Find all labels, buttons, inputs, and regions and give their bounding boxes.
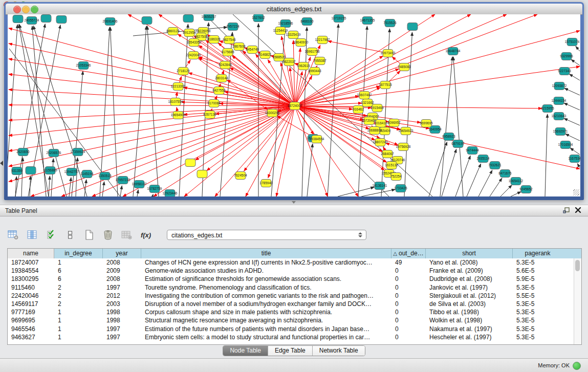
table-cell[interactable]: 9699695 (8, 316, 54, 324)
table-cell[interactable]: Changes of HCN gene expression and I(f) … (141, 258, 391, 267)
table-cell[interactable]: 5.3E-5 (513, 316, 562, 324)
show-columns-button[interactable] (26, 229, 38, 241)
table-cell[interactable]: 5.3E-5 (513, 283, 562, 292)
graph-node[interactable] (185, 159, 195, 167)
table-cell[interactable]: 1997 (103, 333, 141, 341)
table-select-dropdown[interactable]: citations_edges.txt (167, 230, 366, 240)
table-cell[interactable]: 9777169 (8, 308, 54, 316)
table-cell[interactable]: 2003 (103, 300, 141, 308)
table-cell[interactable]: 1998 (103, 316, 141, 324)
table-cell[interactable]: 18724007 (8, 258, 54, 267)
sidebar-collapse-arrow-icon[interactable] (0, 161, 3, 166)
table-cell[interactable]: 5.3E-5 (513, 325, 562, 333)
table-cell[interactable]: 0 (391, 333, 426, 341)
table-cell[interactable]: 14569117 (8, 300, 54, 308)
table-cell[interactable]: Structural magnetic resonance image aver… (141, 316, 391, 324)
table-cell[interactable]: Disruption of a novel member of a sodium… (141, 300, 391, 308)
splitter-handle-icon[interactable] (292, 201, 296, 204)
table-cell[interactable]: 22420046 (8, 292, 54, 300)
column-header-name[interactable]: name (8, 249, 54, 258)
table-row[interactable]: 911546021997Tourette syndrome. Phenomeno… (8, 283, 574, 292)
table-cell[interactable]: 1998 (103, 308, 141, 316)
table-cell[interactable]: Embryonic stem cells: a model to study s… (141, 333, 391, 341)
table-vertical-scrollbar[interactable] (574, 258, 581, 344)
close-panel-button[interactable] (574, 207, 582, 215)
table-settings-button[interactable] (7, 229, 19, 241)
column-header-in-degree[interactable]: in_degree (54, 249, 103, 258)
tab-network-table[interactable]: Network Table (312, 346, 365, 356)
table-cell[interactable]: Corpus callosum shape and size in male p… (141, 308, 391, 316)
table-cell[interactable]: Tourette syndrome. Phenomenology and cla… (141, 283, 391, 292)
table-cell[interactable]: 1 (54, 308, 103, 316)
table-cell[interactable]: 2 (54, 283, 103, 292)
table-cell[interactable]: 2008 (103, 258, 141, 267)
table-cell[interactable]: Tibbo et al. (1998) (426, 308, 513, 316)
canvas-resize-grip-icon[interactable] (573, 189, 579, 195)
table-cell[interactable]: 1 (54, 316, 103, 324)
table-cell[interactable]: Investigating the contribution of common… (141, 292, 391, 300)
table-cell[interactable]: Yano et al. (2008) (426, 258, 513, 267)
table-row[interactable]: 1872400712008Changes of HCN gene express… (8, 258, 574, 267)
table-cell[interactable]: Hescheler et al. (1997) (426, 333, 513, 341)
column-header-title[interactable]: title (141, 249, 391, 258)
column-header-pagerank[interactable]: pagerank (513, 249, 562, 258)
scrollbar-thumb[interactable] (575, 260, 580, 271)
table-cell[interactable]: 0 (391, 292, 426, 300)
table-cell[interactable]: 1997 (103, 325, 141, 333)
table-cell[interactable]: Estimation of significance thresholds fo… (141, 275, 391, 283)
graph-node[interactable] (26, 167, 36, 174)
network-window-titlebar[interactable]: citations_edges.txt (6, 4, 582, 15)
table-row[interactable]: 2242004622012Investigating the contribut… (8, 292, 574, 300)
table-cell[interactable]: 5.9E-5 (513, 275, 562, 283)
table-cell[interactable]: Genome-wide association studies in ADHD. (141, 267, 391, 275)
table-cell[interactable]: 0 (391, 325, 426, 333)
table-cell[interactable]: de Silva et al. (2003) (426, 300, 513, 308)
table-cell[interactable]: 5.3E-5 (513, 333, 562, 341)
graph-node[interactable] (142, 17, 152, 25)
graph-node[interactable] (183, 15, 193, 23)
tab-node-table[interactable]: Node Table (223, 346, 268, 356)
new-table-button[interactable] (83, 229, 95, 241)
table-cell[interactable]: Dudbridge et al. (2008) (426, 275, 513, 283)
table-cell[interactable]: 6 (54, 275, 103, 283)
tab-edge-table[interactable]: Edge Table (268, 346, 312, 356)
table-cell[interactable]: 9115460 (8, 283, 54, 292)
graph-node[interactable] (407, 23, 418, 31)
table-cell[interactable]: 18300295 (8, 275, 54, 283)
delete-rows-button[interactable] (102, 229, 114, 241)
table-cell[interactable]: Jankovic et al. (1997) (426, 283, 513, 292)
network-canvas[interactable]: 2405572420691406106552577957224152760219… (8, 14, 580, 196)
table-cell[interactable]: 0 (391, 275, 426, 283)
column-header-out-degree[interactable]: △out_de… (391, 249, 426, 258)
apply-function-button[interactable]: f(x) (140, 229, 152, 241)
table-row[interactable]: 1938455462009Genome-wide association stu… (8, 267, 574, 275)
select-columns-button[interactable] (45, 229, 57, 241)
row-height-button[interactable] (64, 229, 76, 241)
table-row[interactable]: 1830029562008Estimation of significance … (8, 275, 574, 283)
table-row[interactable]: 969969511998Structural magnetic resonanc… (8, 316, 574, 324)
graph-node[interactable] (41, 15, 51, 23)
table-cell[interactable]: 2012 (103, 292, 141, 300)
table-cell[interactable]: 5.6E-5 (513, 267, 562, 275)
table-cell[interactable]: 1 (54, 325, 103, 333)
table-cell[interactable]: 0 (391, 283, 426, 292)
table-cell[interactable]: 2 (54, 300, 103, 308)
table-cell[interactable]: 9463627 (8, 333, 54, 341)
table-row[interactable]: 946362711997Embryonic stem cells: a mode… (8, 333, 574, 341)
table-cell[interactable]: Nakamura et al. (1997) (426, 325, 513, 333)
table-cell[interactable]: 1997 (103, 283, 141, 292)
column-header-short[interactable]: short (426, 249, 513, 258)
table-cell[interactable]: Estimation of the future numbers of pati… (141, 325, 391, 333)
column-header-year[interactable]: year (103, 249, 141, 258)
table-cell[interactable]: 5.5E-5 (513, 292, 562, 300)
graph-node[interactable] (197, 170, 207, 178)
table-row[interactable]: 946554611997Estimation of the future num… (8, 325, 574, 333)
table-cell[interactable]: 6 (54, 267, 103, 275)
table-cell[interactable]: 9465546 (8, 325, 54, 333)
table-cell[interactable]: 2 (54, 292, 103, 300)
panel-splitter[interactable] (0, 200, 588, 205)
float-panel-button[interactable] (562, 207, 571, 215)
table-cell[interactable]: 19384554 (8, 267, 54, 275)
table-cell[interactable]: Wolkin et al. (1998) (426, 316, 513, 324)
table-cell[interactable]: Stergiakouli et al. (2012) (426, 292, 513, 300)
